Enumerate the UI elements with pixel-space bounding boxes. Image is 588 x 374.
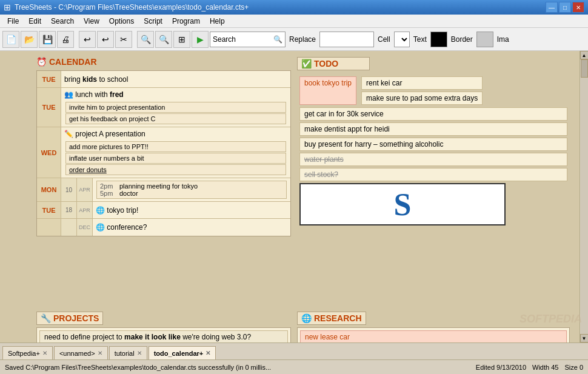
main-canvas[interactable]: ⏰ CALENDAR TUE bring kids to school TUE … — [0, 51, 588, 342]
cell-label: Cell — [378, 35, 390, 44]
projects-title: PROJECTS — [53, 313, 99, 323]
tab-tutorial-close[interactable]: ✕ — [137, 350, 142, 356]
todo-group-4: buy present for harry – something alcoho… — [299, 138, 567, 151]
todo-item-book-tokyo: book tokyo trip — [299, 76, 356, 105]
cal-row-1: TUE bring kids to school — [37, 71, 290, 88]
cal-time-text-1: planning meeting for tokyo — [119, 182, 198, 190]
world-icon-1: 🌐 — [96, 206, 105, 215]
scroll-track[interactable] — [581, 59, 588, 334]
menu-view[interactable]: View — [79, 16, 104, 27]
tab-softpedia-close[interactable]: ✕ — [42, 350, 47, 356]
cal-date-5: 18 — [61, 202, 77, 218]
todo-item-car-service: get car in for 30k service — [299, 107, 567, 121]
research-section: 🌐 RESEARCH new lease car maybe get somet… — [297, 312, 570, 342]
toolbar-save[interactable]: 💾 — [39, 31, 56, 48]
toolbar-cut[interactable]: ✂ — [115, 31, 132, 48]
wrench-icon: 🔧 — [41, 313, 51, 323]
scroll-up-arrow[interactable]: ▲ — [580, 51, 589, 59]
tab-unnamed-close[interactable]: ✕ — [98, 350, 102, 356]
menu-script[interactable]: Script — [139, 16, 167, 27]
proj-item-1: need to define project to make it look l… — [39, 330, 288, 342]
todo-item-sell-stock: sell stock? — [299, 168, 567, 181]
cal-day-3: WED — [37, 127, 61, 178]
cal-sub-entry-3c: order donuts — [65, 164, 286, 175]
cal-sub-3: add more pictures to PPT!! inflate user … — [64, 141, 287, 176]
cal-content-2: 👥 lunch with fred invite him to project … — [61, 88, 290, 127]
minimize-button[interactable]: — — [546, 2, 558, 13]
tabs-bar: Softpedia+ ✕ <unnamed> ✕ tutorial ✕ todo… — [0, 342, 588, 359]
cal-content-3: ✏️ project A presentation add more pictu… — [61, 127, 290, 178]
todo-group-2: get car in for 30k service — [299, 107, 567, 121]
border-label: Border — [451, 35, 473, 44]
tab-todo-calendar-label: todo_calendar+ — [154, 350, 204, 357]
toolbar-new[interactable]: 📄 — [2, 31, 19, 48]
calendar-title: CALENDAR — [49, 57, 97, 67]
menu-help[interactable]: Help — [205, 16, 230, 27]
status-edited: Edited 9/13/2010 — [476, 364, 526, 371]
toolbar-undo[interactable]: ↩ — [79, 31, 96, 48]
todo-item-rent-kei: rent kei car — [361, 76, 483, 90]
toolbar-open[interactable]: 📂 — [21, 31, 38, 48]
maximize-button[interactable]: □ — [559, 2, 571, 13]
cell-select[interactable] — [394, 32, 410, 47]
cal-month-6: DEC — [77, 219, 93, 236]
todo-sub-tokyo: rent kei car make sure to pad some extra… — [361, 76, 483, 105]
status-size: Size 0 — [564, 364, 583, 371]
toolbar: 📄 📂 💾 🖨 ↩ ↩ ✂ 🔍 🔍 ⊞ ▶ 🔍 Replace Cell Tex… — [0, 28, 588, 51]
calendar-header: ⏰ CALENDAR — [36, 57, 291, 67]
cal-sub-entry-3b: inflate user numbers a bit — [65, 153, 286, 164]
replace-input[interactable] — [319, 32, 374, 47]
vertical-scrollbar[interactable]: ▲ ▼ — [580, 51, 588, 342]
people-icon: 👥 — [64, 90, 73, 99]
tab-todo-calendar-close[interactable]: ✕ — [205, 350, 210, 356]
scroll-thumb[interactable] — [581, 59, 588, 78]
cal-row-5: TUE 18 APR 🌐 tokyo trip! — [37, 202, 290, 219]
tab-softpedia[interactable]: Softpedia+ ✕ — [2, 346, 53, 359]
research-title: RESEARCH — [314, 313, 362, 323]
projects-header: 🔧 PROJECTS — [36, 312, 103, 325]
text-color-box[interactable] — [430, 32, 447, 47]
search-icon[interactable]: 🔍 — [273, 35, 282, 44]
scroll-down-arrow[interactable]: ▼ — [580, 334, 589, 342]
search-input[interactable] — [213, 35, 273, 44]
cal-sub-entry-2a: invite him to project presentation — [65, 102, 286, 113]
calendar-icon: ⏰ — [36, 57, 47, 67]
cal-day-5: TUE — [37, 202, 61, 218]
toolbar-undo2[interactable]: ↩ — [97, 31, 114, 48]
toolbar-zoom-in[interactable]: 🔍 — [137, 31, 154, 48]
status-saved-text: Saved C:\Program Files\TreeSheets\exampl… — [5, 364, 470, 371]
toolbar-zoom-reset[interactable]: ⊞ — [173, 31, 190, 48]
replace-label: Replace — [289, 35, 316, 44]
image-label: Ima — [497, 35, 509, 44]
menu-options[interactable]: Options — [104, 16, 139, 27]
cal-row-3: WED ✏️ project A presentation add more p… — [37, 127, 290, 178]
tab-todo-calendar[interactable]: todo_calendar+ ✕ — [149, 346, 216, 359]
projects-section: 🔧 PROJECTS need to define project to mak… — [36, 312, 291, 342]
menu-edit[interactable]: Edit — [24, 16, 46, 27]
research-content: new lease car maybe get something that m… — [297, 327, 570, 342]
toolbar-play[interactable]: ▶ — [192, 31, 209, 48]
menu-search[interactable]: Search — [46, 16, 79, 27]
tab-tutorial[interactable]: tutorial ✕ — [109, 346, 147, 359]
toolbar-print[interactable]: 🖨 — [57, 31, 74, 48]
todo-item-harry: buy present for harry – something alcoho… — [299, 138, 567, 151]
tab-unnamed[interactable]: <unnamed> ✕ — [54, 346, 108, 359]
research-header: 🌐 RESEARCH — [297, 312, 366, 325]
menu-file[interactable]: File — [2, 16, 24, 27]
todo-item-extra-days: make sure to pad some extra days — [361, 92, 483, 105]
border-color-box[interactable] — [476, 32, 493, 47]
tab-unnamed-label: <unnamed> — [59, 350, 95, 357]
cal-entry-3: ✏️ project A presentation — [64, 129, 287, 139]
tab-softpedia-label: Softpedia+ — [8, 350, 40, 357]
cal-content-4: 2pm planning meeting for tokyo 5pm docto… — [93, 178, 290, 201]
menu-program[interactable]: Program — [167, 16, 205, 27]
todo-section: ✅ TODO book tokyo trip rent kei car make… — [297, 57, 570, 229]
pencil-icon: ✏️ — [64, 130, 73, 138]
todo-group-6: sell stock? — [299, 168, 567, 181]
cal-day-6 — [37, 219, 61, 236]
todo-group-5: water plants — [299, 153, 567, 166]
todo-logo-box: S — [299, 183, 506, 225]
toolbar-zoom-out[interactable]: 🔍 — [155, 31, 172, 48]
tab-tutorial-label: tutorial — [115, 350, 135, 357]
close-button[interactable]: ✕ — [572, 2, 584, 13]
